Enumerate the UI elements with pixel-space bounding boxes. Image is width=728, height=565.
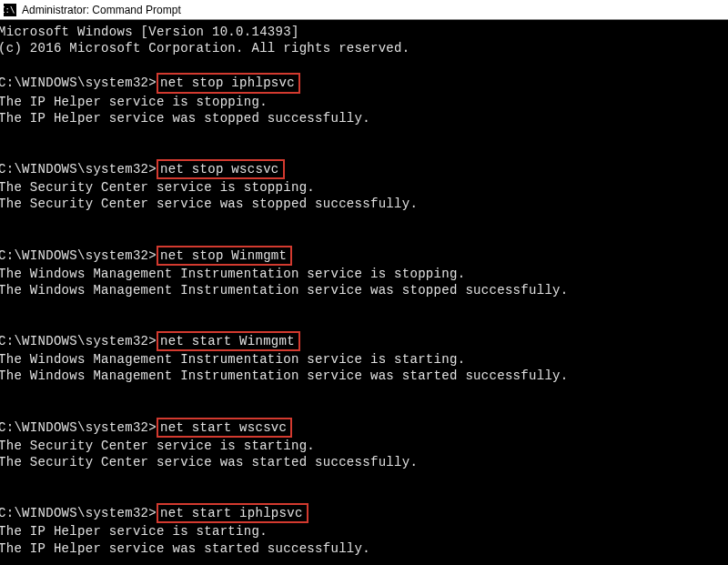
version-line: Microsoft Windows [Version 10.0.14393] [0, 24, 728, 40]
highlight-box: net stop wscsvc [157, 159, 285, 179]
prompt-text: C:\WINDOWS\system32> [0, 420, 157, 435]
cmd-line-1: C:\WINDOWS\system32>net stop iphlpsvc [0, 73, 728, 93]
window-titlebar[interactable]: C:\. Administrator: Command Prompt [0, 0, 728, 20]
cmd-line-4: C:\WINDOWS\system32>net start Winmgmt [0, 331, 728, 351]
output-line: The Security Center service was stopped … [0, 196, 728, 212]
output-line: The IP Helper service is starting. [0, 523, 728, 540]
cmd-line-6: C:\WINDOWS\system32>net start iphlpsvc [0, 503, 728, 523]
output-line: The Security Center service is starting. [0, 438, 728, 454]
prompt-text: C:\WINDOWS\system32> [0, 334, 157, 348]
cmd-line-2: C:\WINDOWS\system32>net stop wscsvc [0, 159, 728, 179]
output-line: The Security Center service is stopping. [0, 179, 728, 196]
cmd-icon: C:\. [4, 4, 16, 16]
prompt-text: C:\WINDOWS\system32> [0, 506, 157, 520]
prompt-text: C:\WINDOWS\system32> [0, 162, 157, 177]
cmd-line-3: C:\WINDOWS\system32>net stop Winmgmt [0, 246, 728, 266]
output-line: The IP Helper service was started succes… [0, 540, 728, 557]
output-line: The Windows Management Instrumentation s… [0, 282, 728, 298]
output-line: The Windows Management Instrumentation s… [0, 368, 728, 384]
terminal-output[interactable]: Microsoft Windows [Version 10.0.14393] (… [0, 20, 728, 565]
cmd-line-5: C:\WINDOWS\system32>net start wscsvc [0, 418, 728, 438]
highlight-box: net stop iphlpsvc [157, 73, 300, 93]
highlight-box: net start iphlpsvc [157, 503, 308, 523]
copyright-line: (c) 2016 Microsoft Corporation. All righ… [0, 40, 728, 56]
highlight-box: net stop Winmgmt [157, 246, 292, 266]
prompt-text: C:\WINDOWS\system32> [0, 248, 157, 263]
output-line: The IP Helper service is stopping. [0, 94, 728, 110]
output-line: The IP Helper service was stopped succes… [0, 110, 728, 126]
output-line: The Windows Management Instrumentation s… [0, 266, 728, 282]
output-line: The Windows Management Instrumentation s… [0, 351, 728, 368]
window-title: Administrator: Command Prompt [22, 4, 181, 16]
output-line: The Security Center service was started … [0, 454, 728, 470]
prompt-text: C:\WINDOWS\system32> [0, 76, 157, 90]
highlight-box: net start wscsvc [157, 418, 292, 438]
highlight-box: net start Winmgmt [157, 331, 300, 351]
